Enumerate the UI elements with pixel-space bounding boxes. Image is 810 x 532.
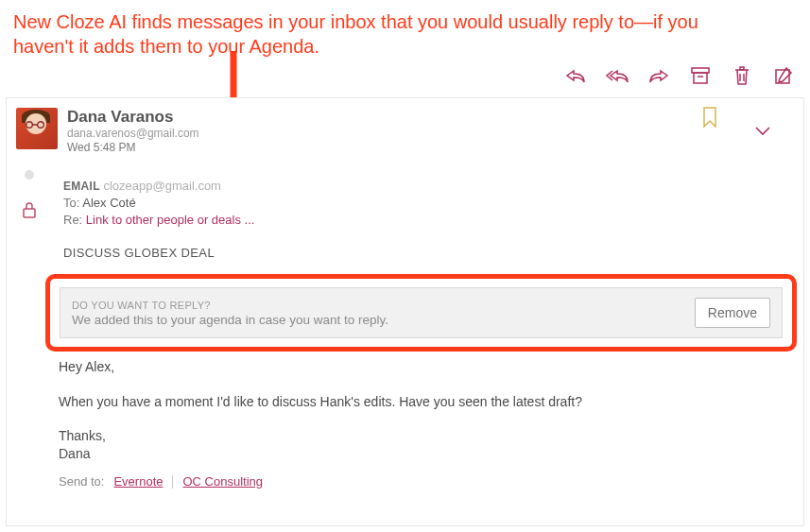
re-link[interactable]: Link to other people or deals ... — [86, 213, 255, 227]
send-to-label: Send to: — [59, 472, 104, 491]
sender-email: dana.varenos@gmail.com — [67, 127, 199, 141]
send-to-evernote[interactable]: Evernote — [113, 472, 163, 491]
svg-point-8 — [26, 122, 33, 129]
reply-all-icon[interactable] — [604, 64, 630, 87]
svg-rect-3 — [694, 73, 707, 83]
sender-name: Dana Varanos — [67, 108, 199, 127]
re-label: Re: — [63, 213, 82, 227]
subject-line: DISCUSS GLOBEX DEAL — [63, 246, 784, 260]
to-value: Alex Coté — [82, 196, 135, 210]
agenda-detail: We added this to your agenda in case you… — [72, 313, 388, 327]
message-toolbar — [559, 59, 801, 93]
forward-icon[interactable] — [646, 64, 672, 87]
send-to-oc[interactable]: OC Consulting — [182, 472, 263, 491]
divider — [172, 475, 173, 489]
message-body: Hey Alex, When you have a moment I'd lik… — [59, 357, 787, 490]
meta-area: EMAIL clozeapp@gmail.com To: Alex Coté R… — [63, 158, 784, 260]
body-greeting: Hey Alex, — [59, 357, 787, 377]
agenda-banner: DO YOU WANT TO REPLY? We added this to y… — [60, 287, 783, 338]
body-paragraph: When you have a moment I'd like to discu… — [59, 392, 787, 412]
signature-line-1: Thanks, — [59, 427, 787, 445]
svg-point-9 — [38, 122, 44, 129]
expand-chevron-icon[interactable] — [754, 123, 771, 140]
svg-rect-11 — [24, 209, 35, 217]
remove-button[interactable]: Remove — [695, 298, 770, 328]
annotation-text: New Cloze AI finds messages in your inbo… — [0, 0, 737, 64]
email-label: EMAIL — [63, 180, 100, 193]
send-to-row: Send to: Evernote OC Consulting — [59, 472, 787, 491]
reply-icon[interactable] — [562, 64, 589, 87]
compose-icon[interactable] — [770, 64, 797, 87]
archive-icon[interactable] — [687, 64, 714, 87]
unread-dot-icon — [25, 170, 34, 180]
account-email: clozeapp@gmail.com — [103, 179, 220, 193]
bookmark-icon[interactable] — [701, 106, 718, 132]
email-header: Dana Varanos dana.varenos@gmail.com Wed … — [7, 98, 803, 158]
delete-icon[interactable] — [729, 64, 755, 87]
agenda-question: DO YOU WANT TO REPLY? — [72, 300, 388, 311]
highlight-box: DO YOU WANT TO REPLY? We added this to y… — [45, 274, 797, 352]
left-gutter — [7, 161, 52, 223]
to-label: To: — [63, 196, 79, 210]
sender-time: Wed 5:48 PM — [67, 141, 199, 154]
lock-icon — [21, 200, 38, 223]
avatar — [16, 108, 58, 149]
signature-line-2: Dana — [59, 445, 787, 463]
